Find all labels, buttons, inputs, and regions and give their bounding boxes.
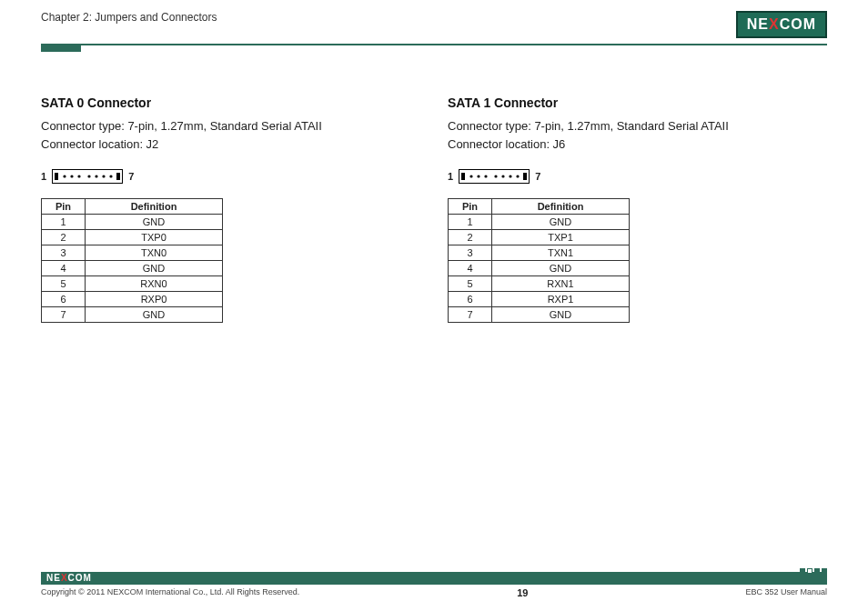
- logo-x: X: [769, 16, 780, 32]
- pin-cell: 2: [449, 230, 492, 245]
- sata0-type: Connector type: 7-pin, 1.27mm, Standard …: [41, 117, 420, 135]
- pin-cell: 4: [449, 261, 492, 276]
- footer-logo-x: X: [61, 573, 68, 583]
- table-row: 6RXP0: [42, 292, 223, 307]
- table-row: 7GND: [42, 307, 223, 323]
- pin-cell: 5: [449, 276, 492, 292]
- svg-point-6: [96, 175, 98, 177]
- svg-rect-11: [461, 173, 465, 180]
- table-header-row: Pin Definition: [449, 199, 630, 215]
- svg-point-12: [470, 175, 473, 177]
- svg-point-15: [495, 175, 498, 177]
- logo-pre: NE: [747, 16, 769, 32]
- svg-point-7: [103, 175, 106, 177]
- def-cell: TXP1: [492, 230, 630, 245]
- def-cell: RXN0: [86, 276, 223, 292]
- sata0-pin-right: 7: [128, 171, 134, 182]
- table-row: 6RXP1: [449, 292, 630, 307]
- footer-marks-icon: [800, 568, 827, 574]
- pin-cell: 7: [42, 307, 86, 323]
- pin-cell: 7: [449, 307, 492, 323]
- pin-cell: 6: [449, 292, 492, 307]
- svg-rect-19: [523, 173, 527, 180]
- footer-logo-pre: NE: [46, 573, 61, 583]
- sata0-section: SATA 0 Connector Connector type: 7-pin, …: [41, 95, 420, 323]
- svg-rect-1: [55, 173, 58, 180]
- table-row: 4GND: [449, 261, 630, 276]
- sata0-pin-table: Pin Definition 1GND2TXP03TXN04GND5RXN06R…: [41, 198, 223, 323]
- def-cell: RXP1: [492, 292, 630, 307]
- pin-cell: 1: [42, 215, 86, 230]
- table-row: 7GND: [449, 307, 630, 323]
- th-pin: Pin: [449, 199, 492, 215]
- footer-bar: NEXCOM: [41, 572, 827, 585]
- svg-point-3: [71, 175, 74, 177]
- def-cell: RXN1: [492, 276, 630, 292]
- footer-text-row: Copyright © 2011 NEXCOM International Co…: [41, 587, 827, 598]
- sata0-title: SATA 0 Connector: [41, 95, 420, 110]
- doc-name: EBC 352 User Manual: [745, 587, 827, 598]
- pin-cell: 3: [449, 245, 492, 261]
- th-pin: Pin: [42, 199, 86, 215]
- sata0-tbody: 1GND2TXP03TXN04GND5RXN06RXP07GND: [42, 215, 223, 323]
- svg-rect-9: [116, 173, 120, 180]
- sata1-pin-left: 1: [448, 171, 453, 182]
- sata1-connector-graphic: 1 7: [448, 169, 827, 184]
- pin-cell: 3: [42, 245, 86, 261]
- sata1-title: SATA 1 Connector: [448, 95, 827, 110]
- def-cell: TXP0: [86, 230, 223, 245]
- svg-point-14: [485, 175, 488, 177]
- def-cell: GND: [492, 261, 630, 276]
- sata1-description: Connector type: 7-pin, 1.27mm, Standard …: [448, 117, 827, 153]
- svg-point-4: [78, 175, 81, 177]
- svg-point-13: [478, 175, 480, 177]
- def-cell: TXN0: [86, 245, 223, 261]
- page-footer: NEXCOM Copyright © 2011 NEXCOM Internati…: [41, 572, 827, 598]
- page-header: Chapter 2: Jumpers and Connectors NEXCOM: [41, 11, 827, 45]
- footer-logo-nexcom: NEXCOM: [46, 572, 92, 585]
- sata0-description: Connector type: 7-pin, 1.27mm, Standard …: [41, 117, 420, 153]
- table-header-row: Pin Definition: [42, 199, 223, 215]
- svg-point-5: [88, 175, 91, 177]
- logo-nexcom: NEXCOM: [736, 11, 827, 38]
- def-cell: GND: [86, 215, 223, 230]
- def-cell: GND: [492, 215, 630, 230]
- table-row: 1GND: [449, 215, 630, 230]
- def-cell: GND: [492, 307, 630, 323]
- sata0-connector-graphic: 1 7: [41, 169, 420, 184]
- page-number: 19: [517, 587, 528, 598]
- sata1-tbody: 1GND2TXP13TXN14GND5RXN16RXP17GND: [449, 215, 630, 323]
- table-row: 2TXP1: [449, 230, 630, 245]
- pin-cell: 5: [42, 276, 86, 292]
- th-def: Definition: [492, 199, 630, 215]
- th-def: Definition: [86, 199, 223, 215]
- def-cell: RXP0: [86, 292, 223, 307]
- table-row: 2TXP0: [42, 230, 223, 245]
- logo-post: COM: [780, 16, 816, 32]
- table-row: 4GND: [42, 261, 223, 276]
- sata1-location: Connector location: J6: [448, 135, 827, 154]
- sata0-location: Connector location: J2: [41, 135, 420, 154]
- sata-connector-icon: [52, 169, 123, 184]
- sata1-pin-right: 7: [535, 171, 540, 182]
- content-columns: SATA 0 Connector Connector type: 7-pin, …: [41, 95, 827, 323]
- def-cell: TXN1: [492, 245, 630, 261]
- table-row: 1GND: [42, 215, 223, 230]
- sata-connector-icon: [459, 169, 530, 184]
- svg-point-2: [64, 175, 66, 177]
- def-cell: GND: [86, 307, 223, 323]
- def-cell: GND: [86, 261, 223, 276]
- table-row: 3TXN0: [42, 245, 223, 261]
- svg-point-8: [110, 175, 113, 177]
- pin-cell: 1: [449, 215, 492, 230]
- copyright-text: Copyright © 2011 NEXCOM International Co…: [41, 587, 299, 598]
- sata0-pin-left: 1: [41, 171, 46, 182]
- chapter-title: Chapter 2: Jumpers and Connectors: [41, 11, 217, 24]
- footer-logo-post: COM: [68, 573, 92, 583]
- svg-point-18: [517, 175, 520, 177]
- table-row: 5RXN1: [449, 276, 630, 292]
- accent-bar: [41, 45, 81, 52]
- table-row: 3TXN1: [449, 245, 630, 261]
- table-row: 5RXN0: [42, 276, 223, 292]
- pin-cell: 6: [42, 292, 86, 307]
